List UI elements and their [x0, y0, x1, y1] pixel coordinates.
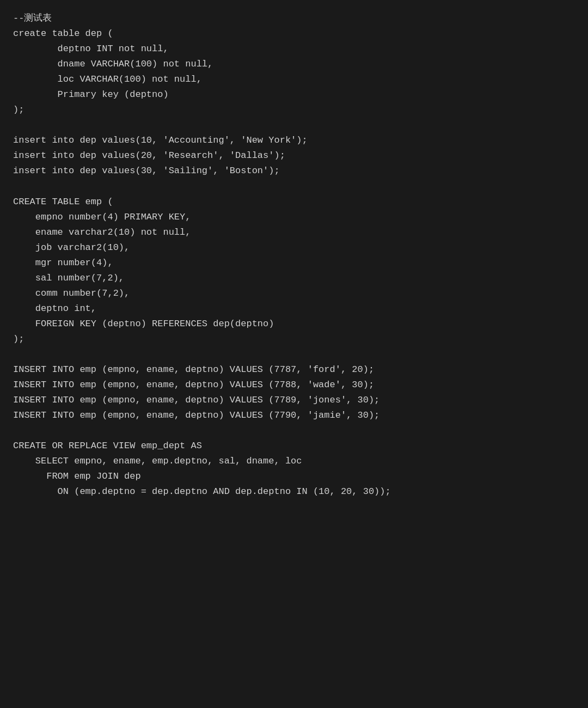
code-line: CREATE OR REPLACE VIEW emp_dept AS — [13, 438, 575, 454]
code-editor: --测试表create table dep ( deptno INT not n… — [13, 11, 575, 500]
code-line: ename varchar2(10) not null, — [13, 225, 575, 240]
code-line: Primary key (deptno) — [13, 87, 575, 102]
code-line: sal number(7,2), — [13, 271, 575, 286]
code-line: CREATE TABLE emp ( — [13, 194, 575, 210]
code-line: insert into dep values(30, 'Sailing', 'B… — [13, 163, 575, 179]
code-line: deptno INT not null, — [13, 41, 575, 57]
code-line: insert into dep values(10, 'Accounting',… — [13, 133, 575, 148]
code-line — [13, 118, 575, 133]
code-line: FROM emp JOIN dep — [13, 469, 575, 484]
code-line: deptno int, — [13, 301, 575, 316]
code-line: INSERT INTO emp (empno, ename, deptno) V… — [13, 377, 575, 393]
code-line: dname VARCHAR(100) not null, — [13, 57, 575, 72]
code-line: SELECT empno, ename, emp.deptno, sal, dn… — [13, 454, 575, 469]
code-line: job varchar2(10), — [13, 240, 575, 255]
code-line: ); — [13, 102, 575, 118]
code-line: INSERT INTO emp (empno, ename, deptno) V… — [13, 362, 575, 377]
code-line: FOREIGN KEY (deptno) REFERENCES dep(dept… — [13, 316, 575, 332]
code-line: INSERT INTO emp (empno, ename, deptno) V… — [13, 393, 575, 408]
code-line — [13, 347, 575, 362]
code-line: insert into dep values(20, 'Research', '… — [13, 148, 575, 163]
code-line: ON (emp.deptno = dep.deptno AND dep.dept… — [13, 484, 575, 499]
code-line: empno number(4) PRIMARY KEY, — [13, 210, 575, 225]
code-line: ); — [13, 332, 575, 347]
code-line — [13, 423, 575, 438]
code-line: INSERT INTO emp (empno, ename, deptno) V… — [13, 408, 575, 423]
code-line — [13, 179, 575, 194]
code-line: mgr number(4), — [13, 255, 575, 271]
code-line: comm number(7,2), — [13, 286, 575, 301]
code-line: --测试表 — [13, 11, 575, 26]
code-line: create table dep ( — [13, 26, 575, 41]
code-line: loc VARCHAR(100) not null, — [13, 72, 575, 87]
